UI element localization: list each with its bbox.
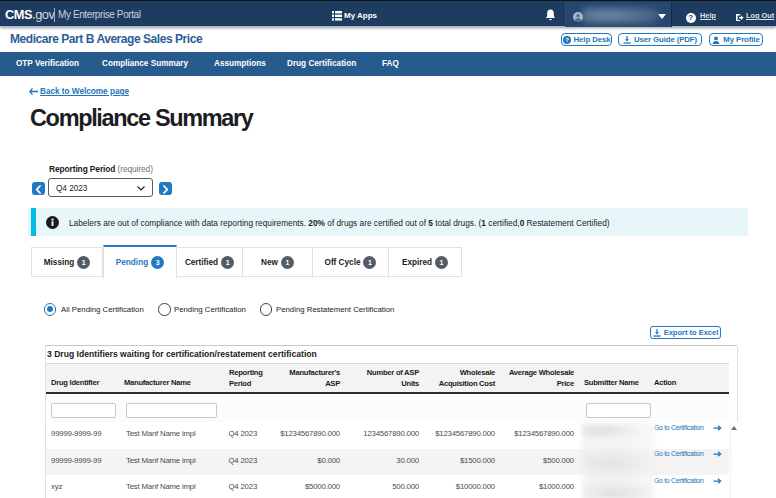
svg-text:?: ? — [565, 37, 569, 43]
